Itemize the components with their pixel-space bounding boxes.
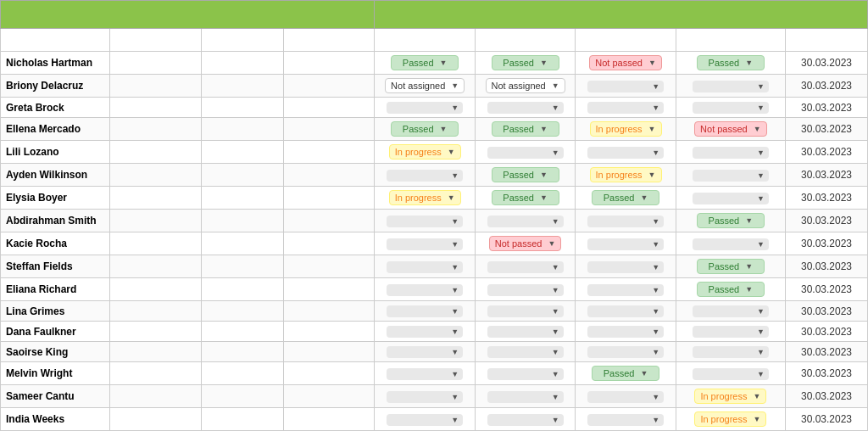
empty-status[interactable]: ▼ bbox=[487, 102, 564, 114]
empty-status[interactable]: ▼ bbox=[587, 284, 664, 296]
ahrefs-cell[interactable]: In progress ▼ bbox=[375, 141, 475, 164]
analytics-cell[interactable]: ▼ bbox=[676, 342, 785, 362]
status-badge[interactable]: Passed ▼ bbox=[492, 55, 559, 70]
empty-status[interactable]: ▼ bbox=[487, 368, 564, 380]
status-badge[interactable]: Passed ▼ bbox=[697, 282, 765, 297]
analytics-cell[interactable]: Passed ▼ bbox=[676, 278, 785, 301]
status-badge[interactable]: In progress ▼ bbox=[389, 144, 461, 160]
surfer-cell[interactable]: ▼ bbox=[475, 342, 575, 362]
empty-status[interactable]: ▼ bbox=[387, 326, 463, 338]
hubspot-cell[interactable]: Passed ▼ bbox=[576, 187, 676, 210]
surfer-cell[interactable]: ▼ bbox=[475, 408, 575, 431]
status-badge[interactable]: Not assigned ▼ bbox=[385, 78, 465, 93]
status-badge[interactable]: Passed ▼ bbox=[592, 366, 659, 381]
surfer-cell[interactable]: ▼ bbox=[475, 98, 575, 118]
analytics-cell[interactable]: In progress ▼ bbox=[676, 385, 785, 408]
surfer-cell[interactable]: Passed ▼ bbox=[475, 118, 575, 141]
hubspot-cell[interactable]: ▼ bbox=[576, 278, 676, 301]
status-badge[interactable]: Passed ▼ bbox=[492, 121, 559, 137]
empty-status[interactable]: ▼ bbox=[487, 414, 564, 426]
analytics-cell[interactable]: Passed ▼ bbox=[676, 52, 785, 75]
status-badge[interactable]: Passed ▼ bbox=[391, 55, 459, 70]
analytics-cell[interactable]: ▼ bbox=[676, 362, 785, 385]
empty-status[interactable]: ▼ bbox=[587, 391, 664, 403]
status-badge[interactable]: Not passed ▼ bbox=[589, 55, 662, 70]
empty-status[interactable]: ▼ bbox=[387, 284, 463, 296]
empty-status[interactable]: ▼ bbox=[387, 261, 463, 273]
empty-status[interactable]: ▼ bbox=[693, 102, 769, 114]
surfer-cell[interactable]: Passed ▼ bbox=[475, 52, 575, 75]
status-badge[interactable]: Not assigned ▼ bbox=[486, 78, 565, 93]
analytics-cell[interactable]: ▼ bbox=[676, 187, 785, 210]
empty-status[interactable]: ▼ bbox=[693, 326, 769, 338]
hubspot-cell[interactable]: ▼ bbox=[576, 255, 676, 278]
analytics-cell[interactable]: Not passed ▼ bbox=[676, 118, 785, 141]
empty-status[interactable]: ▼ bbox=[587, 261, 664, 273]
status-badge[interactable]: In progress ▼ bbox=[590, 167, 662, 182]
ahrefs-cell[interactable]: Passed ▼ bbox=[375, 52, 475, 75]
empty-status[interactable]: ▼ bbox=[587, 81, 664, 92]
surfer-cell[interactable]: ▼ bbox=[475, 141, 575, 164]
empty-status[interactable]: ▼ bbox=[587, 238, 664, 250]
surfer-cell[interactable]: ▼ bbox=[475, 210, 575, 232]
surfer-cell[interactable]: Not passed ▼ bbox=[475, 232, 575, 255]
status-badge[interactable]: Passed ▼ bbox=[592, 190, 659, 205]
surfer-cell[interactable]: Not assigned ▼ bbox=[475, 75, 575, 98]
ahrefs-cell[interactable]: ▼ bbox=[375, 385, 475, 408]
empty-status[interactable]: ▼ bbox=[387, 170, 463, 182]
surfer-cell[interactable]: ▼ bbox=[475, 322, 575, 342]
analytics-cell[interactable]: Passed ▼ bbox=[676, 255, 785, 278]
status-badge[interactable]: In progress ▼ bbox=[590, 121, 662, 137]
ahrefs-cell[interactable]: Not assigned ▼ bbox=[375, 75, 475, 98]
hubspot-cell[interactable]: In progress ▼ bbox=[576, 118, 676, 141]
ahrefs-cell[interactable]: ▼ bbox=[375, 278, 475, 301]
ahrefs-cell[interactable]: ▼ bbox=[375, 362, 475, 385]
empty-status[interactable]: ▼ bbox=[487, 326, 564, 338]
surfer-cell[interactable]: ▼ bbox=[475, 362, 575, 385]
analytics-cell[interactable]: ▼ bbox=[676, 301, 785, 322]
empty-status[interactable]: ▼ bbox=[387, 346, 463, 358]
status-badge[interactable]: Passed ▼ bbox=[391, 121, 459, 137]
empty-status[interactable]: ▼ bbox=[587, 346, 664, 358]
hubspot-cell[interactable]: ▼ bbox=[576, 141, 676, 164]
status-badge[interactable]: Not passed ▼ bbox=[694, 121, 767, 137]
hubspot-cell[interactable]: ▼ bbox=[576, 98, 676, 118]
surfer-cell[interactable]: Passed ▼ bbox=[475, 187, 575, 210]
empty-status[interactable]: ▼ bbox=[487, 284, 564, 296]
hubspot-cell[interactable]: ▼ bbox=[576, 408, 676, 431]
empty-status[interactable]: ▼ bbox=[587, 305, 664, 317]
empty-status[interactable]: ▼ bbox=[587, 414, 664, 426]
empty-status[interactable]: ▼ bbox=[387, 391, 463, 403]
hubspot-cell[interactable]: ▼ bbox=[576, 75, 676, 98]
empty-status[interactable]: ▼ bbox=[587, 216, 664, 227]
empty-status[interactable]: ▼ bbox=[387, 102, 463, 114]
analytics-cell[interactable]: ▼ bbox=[676, 322, 785, 342]
ahrefs-cell[interactable]: ▼ bbox=[375, 301, 475, 322]
surfer-cell[interactable]: Passed ▼ bbox=[475, 164, 575, 187]
analytics-cell[interactable]: Passed ▼ bbox=[676, 210, 785, 232]
status-badge[interactable]: Passed ▼ bbox=[697, 213, 765, 228]
status-badge[interactable]: Passed ▼ bbox=[697, 55, 765, 70]
hubspot-cell[interactable]: ▼ bbox=[576, 232, 676, 255]
ahrefs-cell[interactable]: ▼ bbox=[375, 164, 475, 187]
empty-status[interactable]: ▼ bbox=[587, 147, 664, 159]
status-badge[interactable]: In progress ▼ bbox=[694, 411, 766, 427]
ahrefs-cell[interactable]: In progress ▼ bbox=[375, 187, 475, 210]
ahrefs-cell[interactable]: ▼ bbox=[375, 98, 475, 118]
empty-status[interactable]: ▼ bbox=[693, 147, 769, 159]
empty-status[interactable]: ▼ bbox=[487, 216, 564, 227]
empty-status[interactable]: ▼ bbox=[693, 346, 769, 358]
empty-status[interactable]: ▼ bbox=[487, 346, 564, 358]
empty-status[interactable]: ▼ bbox=[587, 326, 664, 338]
ahrefs-cell[interactable]: ▼ bbox=[375, 322, 475, 342]
analytics-cell[interactable]: ▼ bbox=[676, 232, 785, 255]
hubspot-cell[interactable]: ▼ bbox=[576, 385, 676, 408]
ahrefs-cell[interactable]: ▼ bbox=[375, 210, 475, 232]
analytics-cell[interactable]: ▼ bbox=[676, 164, 785, 187]
empty-status[interactable]: ▼ bbox=[387, 414, 463, 426]
ahrefs-cell[interactable]: ▼ bbox=[375, 342, 475, 362]
empty-status[interactable]: ▼ bbox=[387, 216, 463, 227]
empty-status[interactable]: ▼ bbox=[387, 305, 463, 317]
status-badge[interactable]: Passed ▼ bbox=[492, 167, 559, 182]
analytics-cell[interactable]: ▼ bbox=[676, 141, 785, 164]
